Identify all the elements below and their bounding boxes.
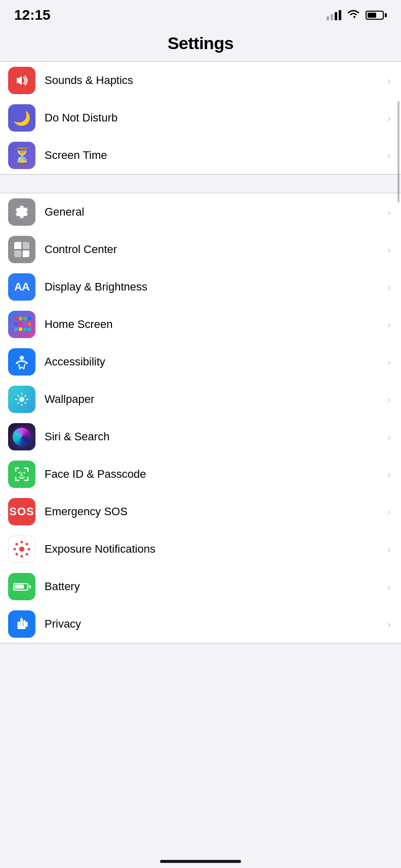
wallpaper-icon — [8, 386, 35, 413]
svg-rect-22 — [20, 618, 23, 627]
svg-point-14 — [21, 541, 23, 544]
sidebar-item-privacy[interactable]: Privacy › — [0, 605, 401, 643]
chevron-icon: › — [387, 431, 391, 443]
screen-time-label: Screen Time — [45, 149, 383, 162]
page-header: Settings — [0, 28, 401, 61]
sidebar-item-exposure-notifications[interactable]: Exposure Notifications › — [0, 530, 401, 568]
svg-point-16 — [14, 548, 16, 551]
sidebar-item-wallpaper[interactable]: Wallpaper › — [0, 381, 401, 418]
settings-group-1: Sounds & Haptics › 🌙 Do Not Disturb › ⏳ … — [0, 61, 401, 175]
svg-rect-23 — [23, 620, 26, 627]
exposure-notifications-icon — [8, 535, 35, 563]
chevron-icon: › — [387, 618, 391, 630]
home-screen-icon — [8, 311, 35, 338]
settings-group-2: General › Control Center › AA Display & … — [0, 193, 401, 643]
sidebar-item-home-screen[interactable]: Home Screen › — [0, 306, 401, 343]
chevron-icon: › — [387, 150, 391, 161]
svg-point-18 — [16, 543, 18, 546]
control-center-icon — [8, 236, 35, 263]
svg-point-15 — [21, 555, 23, 558]
scroll-indicator[interactable] — [397, 101, 399, 202]
accessibility-icon — [8, 348, 35, 376]
svg-point-19 — [26, 543, 28, 546]
chevron-icon: › — [387, 281, 391, 293]
chevron-icon: › — [387, 75, 391, 87]
exposure-notifications-label: Exposure Notifications — [45, 543, 383, 556]
sidebar-item-general[interactable]: General › — [0, 193, 401, 231]
display-brightness-icon: AA — [8, 273, 35, 301]
svg-line-10 — [18, 402, 19, 404]
svg-line-9 — [25, 395, 26, 397]
privacy-icon — [8, 610, 35, 638]
emergency-sos-icon: SOS — [8, 498, 35, 525]
chevron-icon: › — [387, 112, 391, 124]
chevron-icon: › — [387, 244, 391, 256]
chevron-icon: › — [387, 544, 391, 555]
chevron-icon: › — [387, 581, 391, 593]
svg-rect-26 — [18, 626, 26, 629]
svg-point-17 — [28, 548, 30, 551]
home-screen-label: Home Screen — [45, 318, 383, 331]
svg-point-12 — [23, 472, 25, 474]
home-indicator — [160, 860, 241, 863]
face-id-icon — [8, 461, 35, 488]
signal-icon — [327, 10, 341, 20]
chevron-icon: › — [387, 469, 391, 480]
chevron-icon: › — [387, 394, 391, 405]
general-icon — [8, 198, 35, 226]
chevron-icon: › — [387, 506, 391, 518]
accessibility-label: Accessibility — [45, 355, 383, 368]
svg-line-8 — [25, 402, 26, 404]
page-title: Settings — [0, 33, 401, 53]
wallpaper-label: Wallpaper — [45, 393, 383, 406]
siri-search-icon — [8, 423, 35, 450]
face-id-label: Face ID & Passcode — [45, 468, 383, 481]
svg-point-1 — [20, 356, 24, 360]
general-label: General — [45, 205, 383, 219]
sidebar-item-display-brightness[interactable]: AA Display & Brightness › — [0, 268, 401, 306]
sidebar-item-screen-time[interactable]: ⏳ Screen Time › — [0, 137, 401, 174]
section-gap-1 — [0, 175, 401, 193]
sidebar-item-accessibility[interactable]: Accessibility › — [0, 343, 401, 381]
sidebar-item-control-center[interactable]: Control Center › — [0, 231, 401, 268]
battery-icon — [8, 573, 35, 600]
svg-point-11 — [18, 472, 20, 474]
siri-search-label: Siri & Search — [45, 430, 383, 443]
status-time: 12:15 — [14, 7, 51, 23]
svg-rect-0 — [17, 78, 19, 83]
wifi-icon — [346, 8, 360, 22]
svg-point-13 — [19, 547, 24, 552]
svg-point-20 — [16, 553, 18, 556]
screen-time-icon: ⏳ — [8, 142, 35, 169]
chevron-icon: › — [387, 356, 391, 368]
chevron-icon: › — [387, 206, 391, 218]
battery-label: Battery — [45, 580, 383, 593]
svg-rect-24 — [26, 622, 28, 627]
sidebar-item-emergency-sos[interactable]: SOS Emergency SOS › — [0, 493, 401, 530]
control-center-label: Control Center — [45, 243, 383, 256]
status-icons — [327, 8, 387, 22]
status-bar: 12:15 — [0, 0, 401, 28]
svg-line-7 — [18, 395, 19, 397]
privacy-label: Privacy — [45, 617, 383, 631]
svg-point-2 — [19, 397, 24, 402]
sidebar-item-do-not-disturb[interactable]: 🌙 Do Not Disturb › — [0, 99, 401, 137]
sidebar-item-face-id[interactable]: Face ID & Passcode › — [0, 456, 401, 493]
sidebar-item-sounds-haptics[interactable]: Sounds & Haptics › — [0, 62, 401, 99]
sounds-haptics-label: Sounds & Haptics — [45, 74, 383, 87]
sidebar-item-battery[interactable]: Battery › — [0, 568, 401, 605]
sidebar-item-siri-search[interactable]: Siri & Search › — [0, 418, 401, 456]
display-brightness-label: Display & Brightness — [45, 280, 383, 294]
svg-point-21 — [26, 553, 28, 556]
chevron-icon: › — [387, 319, 391, 330]
do-not-disturb-icon: 🌙 — [8, 104, 35, 132]
battery-status-icon — [366, 11, 387, 20]
emergency-sos-label: Emergency SOS — [45, 505, 383, 518]
do-not-disturb-label: Do Not Disturb — [45, 111, 383, 125]
sounds-haptics-icon — [8, 67, 35, 94]
